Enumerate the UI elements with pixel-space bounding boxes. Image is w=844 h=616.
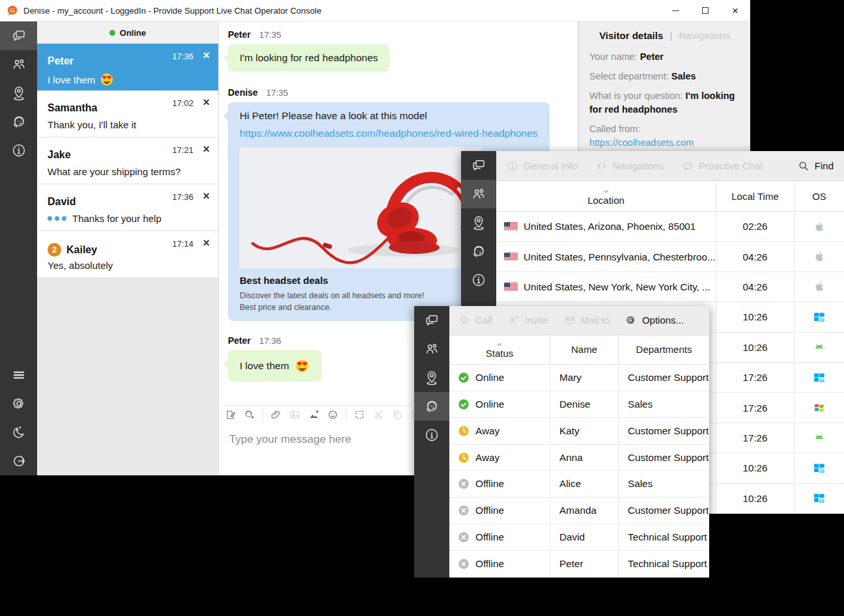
os-icon bbox=[813, 401, 826, 414]
chat-list-item[interactable]: 17:02 × Samantha Thank you, I'll take it bbox=[37, 91, 218, 137]
sidebar-item-visitors[interactable] bbox=[0, 50, 37, 79]
select-area-icon[interactable] bbox=[354, 409, 365, 421]
maximize-button[interactable] bbox=[690, 0, 720, 21]
menu-label: Call bbox=[475, 315, 492, 326]
visitor-field: Select department: Sales bbox=[589, 70, 740, 83]
sidebar-item-operators[interactable] bbox=[0, 107, 37, 136]
unread-count-badge: 2 bbox=[48, 243, 61, 257]
message-link[interactable]: https://www.coolheadsets.com/headphones/… bbox=[240, 128, 538, 139]
close-chat-icon[interactable]: × bbox=[203, 143, 210, 155]
column-local-time[interactable]: Local Time bbox=[716, 181, 795, 212]
invite-button[interactable]: Invite bbox=[508, 315, 548, 326]
heart-eyes-emoji-icon bbox=[294, 358, 310, 374]
chat-list: Online 17:36 × Peter I love them 17:02 ×… bbox=[37, 21, 219, 475]
canned-response-icon[interactable] bbox=[225, 409, 236, 421]
sidebar-item-settings[interactable] bbox=[0, 389, 37, 418]
code-brackets-icon bbox=[596, 160, 608, 172]
visitor-row[interactable]: United States, Arizona, Phoenix, 85001 0… bbox=[496, 212, 844, 242]
column-os[interactable]: OS bbox=[795, 181, 844, 212]
hamburger-menu-icon bbox=[11, 367, 27, 383]
sidebar-item-info[interactable] bbox=[414, 421, 449, 449]
operator-row[interactable]: Away Katy Customer Support bbox=[449, 418, 709, 445]
visitor-message-bubble: I'm looking for red headphones bbox=[228, 44, 389, 72]
operator-row[interactable]: Online Mary Customer Support bbox=[449, 365, 709, 391]
chat-preview: Thanks for your help bbox=[72, 213, 162, 224]
proactive-chat-button[interactable]: Proactive Chat bbox=[682, 160, 763, 172]
column-status[interactable]: Status bbox=[449, 335, 550, 365]
operator-row[interactable]: Offline Alice Sales bbox=[449, 471, 709, 497]
chat-list-item[interactable]: 17:36 × Peter I love them bbox=[37, 44, 218, 91]
attach-file-icon[interactable] bbox=[270, 409, 282, 421]
find-button[interactable]: Find bbox=[798, 160, 834, 172]
visitor-row[interactable]: United States, New York, New York City, … bbox=[496, 272, 844, 302]
operator-department: Sales bbox=[619, 471, 709, 497]
sidebar-item-geo[interactable] bbox=[414, 363, 449, 392]
sidebar-item-chats[interactable] bbox=[0, 21, 37, 50]
sidebar-item-geo[interactable] bbox=[0, 79, 37, 107]
os-icon bbox=[813, 431, 826, 444]
options-button[interactable]: Options... bbox=[625, 315, 684, 326]
sidebar-item-geo[interactable] bbox=[461, 208, 496, 237]
sidebar-item-operators[interactable] bbox=[414, 392, 449, 421]
sidebar-item-info[interactable] bbox=[461, 266, 496, 294]
title-bar[interactable]: Denise - my_account - LoggedIn - Provide… bbox=[0, 0, 750, 21]
operator-name: Denise bbox=[550, 391, 619, 418]
sidebar-item-visitors[interactable] bbox=[414, 335, 449, 363]
operator-status[interactable]: Online bbox=[37, 21, 218, 44]
sidebar-item-chats[interactable] bbox=[461, 151, 496, 180]
sidebar-item-logout[interactable] bbox=[0, 447, 37, 475]
operator-row[interactable]: Online Denise Sales bbox=[449, 391, 709, 418]
sidebar-item-operators[interactable] bbox=[461, 237, 496, 266]
people-icon bbox=[11, 57, 27, 72]
status-label: Online bbox=[475, 372, 504, 384]
close-chat-icon[interactable]: × bbox=[203, 190, 210, 202]
minimize-button[interactable] bbox=[660, 0, 690, 21]
status-label: Online bbox=[475, 399, 504, 410]
operator-row[interactable]: Offline David Technical Support bbox=[449, 524, 709, 551]
operator-department: Sales bbox=[619, 391, 709, 418]
close-button[interactable]: × bbox=[720, 0, 750, 21]
online-status-dot bbox=[109, 30, 115, 36]
desktop: Denise - my_account - LoggedIn - Provide… bbox=[0, 0, 844, 616]
chat-list-item[interactable]: 17:21 × Jake What are your shipping term… bbox=[37, 137, 218, 184]
chat-list-item[interactable]: 17:14 × 2 Kailey Yes, absolutely bbox=[37, 231, 218, 278]
close-chat-icon[interactable]: × bbox=[203, 237, 210, 249]
os-icon bbox=[813, 250, 826, 263]
sidebar-item-menu[interactable] bbox=[0, 361, 37, 389]
chat-name: Kailey bbox=[66, 244, 97, 256]
field-link[interactable]: https://coolheadsets.com bbox=[589, 137, 694, 148]
field-label: Your name: bbox=[589, 51, 640, 62]
chat-preview: What are your shipping terms? bbox=[48, 166, 180, 177]
column-location[interactable]: Location bbox=[496, 181, 716, 212]
tab-visitor-details[interactable]: Visitor details bbox=[599, 30, 663, 41]
cut-icon[interactable] bbox=[373, 409, 384, 421]
operator-row[interactable]: Offline Peter Technical Support bbox=[449, 551, 709, 578]
os-icon bbox=[813, 341, 826, 354]
copy-icon[interactable] bbox=[391, 409, 403, 421]
close-chat-icon[interactable]: × bbox=[203, 49, 210, 61]
send-screenshot-icon[interactable] bbox=[308, 409, 320, 421]
close-chat-icon[interactable]: × bbox=[203, 96, 210, 108]
general-info-button[interactable]: General Info bbox=[507, 160, 578, 172]
navigations-button[interactable]: Navigations bbox=[596, 160, 664, 172]
operator-row[interactable]: Away Anna Customer Support bbox=[449, 445, 709, 471]
column-departments[interactable]: Departments bbox=[619, 335, 709, 365]
chat-list-item[interactable]: 17:36 × David Thanks for your help bbox=[37, 184, 218, 231]
sidebar-item-chats[interactable] bbox=[414, 306, 449, 335]
column-name[interactable]: Name bbox=[550, 335, 619, 365]
sidebar-item-info[interactable] bbox=[0, 136, 37, 165]
operator-row[interactable]: Offline Amanda Customer Support bbox=[449, 497, 709, 524]
tab-navigations[interactable]: Navigations bbox=[679, 30, 729, 41]
operators-window: Call Invite Mail to Options... bbox=[414, 306, 709, 578]
call-button[interactable]: Call bbox=[458, 315, 492, 326]
sidebar-item-night-mode[interactable] bbox=[0, 418, 37, 447]
sidebar-item-visitors[interactable] bbox=[461, 180, 496, 208]
transfer-chat-icon[interactable] bbox=[244, 409, 255, 421]
headset-icon bbox=[11, 114, 27, 130]
chat-dots-icon bbox=[682, 160, 694, 172]
mail-to-button[interactable]: Mail to bbox=[564, 315, 610, 326]
field-label: Select department: bbox=[589, 71, 671, 81]
visitor-row[interactable]: United States, Pennsylvania, Chesterbroo… bbox=[496, 242, 844, 272]
insert-image-icon[interactable] bbox=[289, 409, 301, 421]
emoji-picker-icon[interactable] bbox=[327, 409, 339, 421]
